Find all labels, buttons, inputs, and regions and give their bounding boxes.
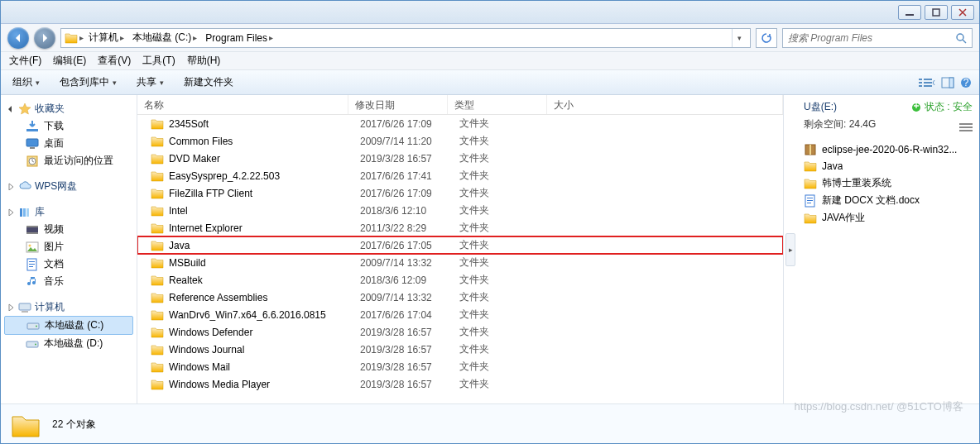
tree-cdrive[interactable]: 本地磁盘 (C:) (4, 316, 133, 335)
file-row[interactable]: Realtek2018/3/6 12:09文件夹 (137, 271, 783, 289)
file-type: 文件夹 (459, 325, 559, 339)
menu-help[interactable]: 帮助(H) (187, 54, 221, 68)
file-row[interactable]: Windows Defender2019/3/28 16:57文件夹 (137, 323, 783, 341)
maximize-button[interactable] (925, 5, 948, 20)
file-date: 2019/3/28 16:57 (360, 153, 459, 165)
breadcrumb-cdrive[interactable]: 本地磁盘 (C:)▸ (129, 29, 200, 47)
tree-videos[interactable]: 视频 (1, 221, 137, 238)
file-row[interactable]: FileZilla FTP Client2017/6/26 17:09文件夹 (137, 184, 783, 202)
file-date: 2017/6/26 17:05 (360, 240, 459, 251)
search-input[interactable] (788, 32, 950, 44)
tree-recent[interactable]: 最近访问的位置 (1, 152, 137, 169)
preview-item[interactable]: 新建 DOCX 文档.docx (804, 192, 973, 209)
menu-view[interactable]: 查看(V) (98, 54, 131, 68)
svg-rect-24 (933, 9, 939, 16)
column-date[interactable]: 修改日期 (348, 95, 448, 114)
file-list-pane: 名称 修改日期 类型 大小 2345Soft2017/6/26 17:09文件夹… (137, 95, 784, 403)
folder-icon (151, 169, 164, 183)
folder-icon (151, 291, 164, 304)
tree-pictures[interactable]: 图片 (1, 238, 137, 255)
file-row[interactable]: MSBuild2009/7/14 13:32文件夹 (137, 254, 783, 271)
file-row[interactable]: DVD Maker2019/3/28 16:57文件夹 (137, 150, 783, 167)
file-name: Windows Journal (169, 344, 360, 356)
file-name: MSBuild (169, 257, 360, 269)
file-row[interactable]: WanDrv6_Win7.x64_6.6.2016.08152017/6/26 … (137, 306, 783, 323)
back-button[interactable] (7, 27, 29, 49)
file-row[interactable]: Reference Assemblies2009/7/14 13:32文件夹 (137, 289, 783, 306)
close-button[interactable] (951, 5, 974, 20)
address-history-dropdown[interactable]: ▾ (732, 29, 747, 47)
file-date: 2017/6/26 17:09 (360, 118, 459, 130)
tree-documents[interactable]: 文档 (1, 255, 137, 273)
tree-wps[interactable]: WPS网盘 (1, 178, 137, 195)
svg-rect-37 (959, 123, 973, 125)
download-icon (26, 120, 39, 133)
help-button[interactable]: ? (959, 76, 973, 89)
search-box[interactable] (782, 28, 973, 48)
library-icon (18, 206, 31, 219)
preview-item[interactable]: JAVA作业 (804, 209, 973, 227)
file-row[interactable]: EasySysprep_4.2.22.5032017/6/26 17:41文件夹 (137, 167, 783, 184)
tree-libraries[interactable]: 库 (1, 203, 137, 221)
folder-icon (151, 308, 164, 322)
file-date: 2019/3/28 16:57 (360, 327, 459, 338)
include-in-library-button[interactable]: 包含到库中▾ (55, 74, 122, 91)
file-date: 2009/7/14 13:32 (360, 257, 459, 269)
organize-button[interactable]: 组织▾ (7, 74, 45, 91)
preview-item[interactable]: eclipse-jee-2020-06-R-win32... (804, 141, 973, 158)
file-type: 文件夹 (459, 151, 559, 165)
forward-button[interactable] (34, 27, 55, 49)
file-row[interactable]: 2345Soft2017/6/26 17:09文件夹 (137, 115, 783, 132)
address-bar[interactable]: ▸ 计算机▸ 本地磁盘 (C:)▸ Program Files▸ ▾ (60, 28, 751, 48)
window-titlebar (1, 1, 979, 24)
tree-ddrive[interactable]: 本地磁盘 (D:) (1, 335, 137, 352)
svg-rect-27 (919, 82, 922, 84)
file-row[interactable]: Windows Mail2019/3/28 16:57文件夹 (137, 358, 783, 375)
preview-item[interactable]: 韩博士重装系统 (804, 174, 973, 192)
monitor-icon (26, 137, 39, 150)
doc-icon (804, 194, 817, 208)
column-name[interactable]: 名称 (137, 95, 348, 114)
svg-rect-26 (919, 79, 922, 80)
breadcrumb-programfiles[interactable]: Program Files▸ (202, 29, 276, 47)
tree-downloads[interactable]: 下载 (1, 117, 137, 135)
menu-edit[interactable]: 编辑(E) (53, 54, 86, 68)
file-type: 文件夹 (459, 221, 559, 235)
new-folder-button[interactable]: 新建文件夹 (179, 74, 238, 91)
preview-menu-icon[interactable] (959, 122, 973, 132)
pane-collapse-button[interactable]: ▸ (785, 233, 795, 266)
file-type: 文件夹 (459, 360, 559, 374)
minimize-button[interactable] (898, 5, 921, 20)
file-date: 2017/6/26 17:04 (360, 309, 459, 321)
file-name: Common Files (169, 136, 360, 147)
file-date: 2009/7/14 11:20 (360, 136, 459, 147)
tree-computer[interactable]: 计算机 (1, 298, 137, 316)
menu-file[interactable]: 文件(F) (9, 54, 41, 68)
file-date: 2019/3/28 16:57 (360, 344, 459, 356)
share-button[interactable]: 共享▾ (132, 74, 169, 91)
folder-icon (151, 187, 164, 200)
file-row[interactable]: Java2017/6/26 17:05文件夹 (137, 236, 783, 254)
file-row[interactable]: Internet Explorer2011/3/22 8:29文件夹 (137, 219, 783, 236)
column-size[interactable]: 大小 (547, 95, 783, 114)
view-mode-button[interactable] (918, 76, 936, 89)
preview-pane-button[interactable] (941, 76, 954, 89)
tree-music[interactable]: 音乐 (1, 273, 137, 290)
preview-item[interactable]: Java (804, 158, 973, 174)
svg-rect-29 (924, 79, 932, 80)
file-row[interactable]: Intel2018/3/6 12:10文件夹 (137, 202, 783, 219)
file-row[interactable]: Windows Journal2019/3/28 16:57文件夹 (137, 341, 783, 358)
menu-tools[interactable]: 工具(T) (142, 54, 175, 68)
tree-desktop[interactable]: 桌面 (1, 135, 137, 152)
file-row[interactable]: Windows Media Player2019/3/28 16:57文件夹 (137, 375, 783, 393)
file-name: Intel (169, 205, 360, 217)
refresh-button[interactable] (756, 28, 777, 48)
folder-icon (151, 274, 164, 287)
folder-icon (151, 256, 164, 270)
folder-icon (151, 135, 164, 148)
file-row[interactable]: Common Files2009/7/14 11:20文件夹 (137, 132, 783, 150)
breadcrumb-computer[interactable]: 计算机▸ (85, 29, 127, 47)
preview-item-label: 新建 DOCX 文档.docx (822, 193, 920, 208)
column-type[interactable]: 类型 (448, 95, 547, 114)
tree-favorites[interactable]: 收藏夹 (1, 100, 137, 117)
